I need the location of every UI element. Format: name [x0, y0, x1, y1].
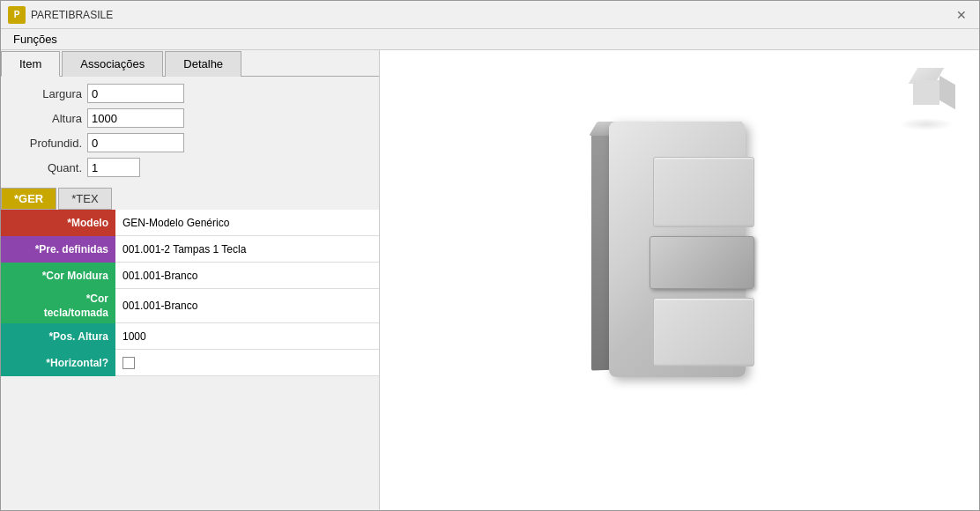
switch-top — [653, 157, 754, 227]
tab-item[interactable]: Item — [1, 51, 60, 77]
properties-list: *Modelo GEN-Modelo Genérico *Pre. defini… — [1, 210, 379, 376]
app-icon: P — [8, 6, 26, 24]
main-content: Item Associações Detalhe Largura Altura … — [1, 50, 979, 510]
menu-bar: Funções — [1, 29, 979, 50]
quant-row: Quant. — [11, 158, 368, 177]
altura-row: Altura — [11, 108, 368, 128]
prop-value-pre-def: 001.001-2 Tampas 1 Tecla — [115, 236, 379, 263]
prop-value-cor-tecla: 001.001-Branco — [115, 289, 379, 323]
largura-input[interactable] — [87, 84, 184, 103]
title-bar-left: P PARETIBRASILE — [8, 6, 113, 24]
profundid-row: Profundid. — [11, 133, 368, 152]
quant-input[interactable] — [87, 158, 140, 177]
prop-row-cor-tecla: *Cortecla/tomada 001.001-Branco — [1, 289, 379, 323]
switch-middle — [650, 236, 754, 289]
largura-label: Largura — [11, 87, 82, 100]
prop-value-horizontal — [115, 350, 379, 376]
horizontal-checkbox[interactable] — [122, 357, 135, 369]
altura-input[interactable] — [87, 108, 184, 128]
plate-main-face — [609, 122, 746, 377]
largura-row: Largura — [11, 84, 368, 103]
switch-bottom — [653, 298, 754, 367]
prop-value-modelo: GEN-Modelo Genérico — [115, 210, 379, 236]
ger-tex-tabs: *GER *TEX — [1, 188, 379, 210]
quant-label: Quant. — [11, 161, 82, 174]
app-logo-icon — [891, 68, 961, 130]
prop-row-modelo: *Modelo GEN-Modelo Genérico — [1, 210, 379, 236]
tab-associacoes[interactable]: Associações — [62, 51, 163, 77]
window-title: PARETIBRASILE — [31, 9, 113, 21]
prop-value-pos-altura: 1000 — [115, 323, 379, 350]
prop-row-cor-moldura: *Cor Moldura 001.001-Branco — [1, 263, 379, 289]
prop-label-pos-altura: *Pos. Altura — [1, 323, 115, 350]
fields-section: Largura Altura Profundid. Quant. — [1, 77, 379, 184]
altura-label: Altura — [11, 112, 82, 125]
prop-label-pre-def: *Pre. definidas — [1, 236, 115, 263]
tabs-bar: Item Associações Detalhe — [1, 50, 379, 77]
tab-ger[interactable]: *GER — [1, 188, 56, 210]
product-3d-view — [556, 113, 803, 448]
prop-row-horizontal: *Horizontal? — [1, 350, 379, 376]
tab-tex[interactable]: *TEX — [58, 188, 111, 210]
cube-icon — [900, 68, 953, 116]
prop-label-cor-tecla: *Cortecla/tomada — [1, 289, 115, 323]
profundid-input[interactable] — [87, 133, 184, 152]
prop-label-modelo: *Modelo — [1, 210, 115, 236]
prop-value-cor-moldura: 001.001-Branco — [115, 263, 379, 289]
prop-row-pre-def: *Pre. definidas 001.001-2 Tampas 1 Tecla — [1, 236, 379, 263]
title-bar: P PARETIBRASILE ✕ — [1, 1, 979, 29]
menu-funcoes[interactable]: Funções — [8, 31, 63, 48]
prop-label-cor-moldura: *Cor Moldura — [1, 263, 115, 289]
left-panel: Item Associações Detalhe Largura Altura … — [1, 50, 380, 510]
right-panel — [380, 50, 979, 510]
prop-row-pos-altura: *Pos. Altura 1000 — [1, 323, 379, 350]
plate-container — [583, 113, 776, 412]
cube-right-face — [939, 76, 955, 109]
cube-shadow — [900, 118, 953, 130]
close-button[interactable]: ✕ — [951, 4, 972, 26]
main-window: P PARETIBRASILE ✕ Funções Item Associaçõ… — [0, 0, 980, 511]
profundid-label: Profundid. — [11, 137, 82, 150]
cube-front-face — [913, 80, 939, 105]
tab-detalhe[interactable]: Detalhe — [165, 51, 241, 77]
prop-label-horizontal: *Horizontal? — [1, 350, 115, 376]
